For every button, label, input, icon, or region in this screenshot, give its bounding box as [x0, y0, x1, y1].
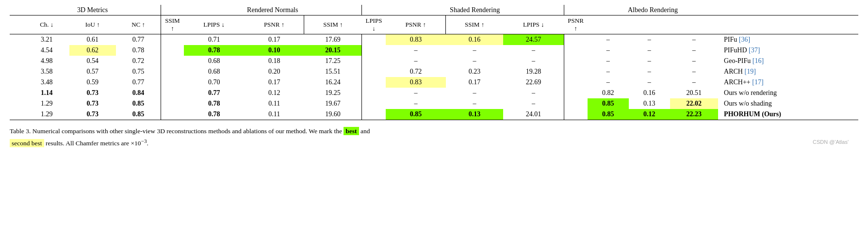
- cell-rn-4: 0.20: [245, 66, 304, 77]
- col-rn-ssim: SSIM ↑: [161, 16, 184, 34]
- cell-rn-5: 19.67: [304, 98, 362, 109]
- cell-ar-10: –: [629, 77, 670, 88]
- cell-sr-6: –: [386, 88, 445, 98]
- method-label: ARCH [19]: [718, 66, 858, 77]
- cell-rn-5: 20.15: [304, 45, 362, 56]
- cell-sr-7: 0.16: [446, 34, 504, 46]
- cell-sr-6: 0.83: [386, 34, 445, 46]
- cell-3d-1: 0.61: [69, 34, 116, 46]
- col-nc: NC ↑: [116, 16, 161, 34]
- group-albedo-rendering: Albedo Rendering: [588, 5, 718, 16]
- cell-sr-7: –: [446, 98, 504, 109]
- cell-sr-6: –: [386, 56, 445, 66]
- method-label: PIFuHD [37]: [718, 45, 858, 56]
- table-row: 3.480.590.770.700.1716.240.830.1722.69––…: [10, 77, 858, 88]
- cell-sr-6: 0.83: [386, 77, 445, 88]
- col-ar-ssim: SSIM ↑: [446, 16, 504, 34]
- cell-3d-2: 0.78: [116, 45, 161, 56]
- col-ch: Ch. ↓: [24, 16, 69, 34]
- cell-rn-4: 0.18: [245, 56, 304, 66]
- col-iou: IoU ↑: [69, 16, 116, 34]
- cell-rn-5: 17.25: [304, 56, 362, 66]
- cell-rn-5: 19.60: [304, 109, 362, 120]
- caption-middle: and: [360, 127, 370, 135]
- cell-ar-10: –: [629, 66, 670, 77]
- cell-3d-2: 0.84: [116, 88, 161, 98]
- cell-rn-4: 0.11: [245, 98, 304, 109]
- method-label: PHORHUM (Ours): [718, 109, 858, 120]
- cell-rn-3: 0.78: [184, 98, 245, 109]
- cell-rn-3: 0.77: [184, 88, 245, 98]
- cell-rn-3: 0.78: [184, 109, 245, 120]
- col-sr-lpips: LPIPS ↓: [361, 16, 386, 34]
- cell-ar-11: 20.51: [670, 88, 719, 98]
- col-ar-lpips: LPIPS ↓: [503, 16, 564, 34]
- cell-rn-5: 16.24: [304, 77, 362, 88]
- cell-rn-4: 0.17: [245, 34, 304, 46]
- cell-ar-9: –: [588, 66, 629, 77]
- cell-sr-7: 0.13: [446, 109, 504, 120]
- cell-sr-8: 19.28: [503, 66, 564, 77]
- method-label: PIFu [36]: [718, 34, 858, 46]
- cell-ar-9: 0.82: [588, 88, 629, 98]
- cell-3d-0: 1.14: [24, 88, 69, 98]
- cell-3d-1: 0.73: [69, 98, 116, 109]
- cell-3d-2: 0.75: [116, 66, 161, 77]
- cell-sr-7: 0.23: [446, 66, 504, 77]
- col-header-row: Ch. ↓ IoU ↑ NC ↑ SSIM ↑ LPIPS ↓ PSNR ↑ S…: [10, 16, 858, 34]
- cell-ar-10: 0.12: [629, 109, 670, 120]
- cell-sr-8: 24.01: [503, 109, 564, 120]
- cell-3d-0: 3.21: [24, 34, 69, 46]
- cell-sr-7: –: [446, 45, 504, 56]
- group-shaded-rendering: Shaded Rendering: [386, 5, 564, 16]
- cell-ar-11: –: [670, 45, 719, 56]
- cell-rn-4: 0.17: [245, 77, 304, 88]
- table-row: 3.580.570.750.680.2015.510.720.2319.28––…: [10, 66, 858, 77]
- cell-3d-1: 0.73: [69, 109, 116, 120]
- cell-3d-1: 0.54: [69, 56, 116, 66]
- cell-rn-3: 0.68: [184, 56, 245, 66]
- cell-3d-1: 0.57: [69, 66, 116, 77]
- method-label: Geo-PIFu [16]: [718, 56, 858, 66]
- group-3d-metrics: 3D Metrics: [24, 5, 161, 16]
- group-rendered-normals: Rendered Normals: [184, 5, 362, 16]
- table-row: 4.540.620.780.780.1020.15––––––PIFuHD [3…: [10, 45, 858, 56]
- cell-ar-9: –: [588, 56, 629, 66]
- cell-3d-2: 0.77: [116, 34, 161, 46]
- cell-sr-6: –: [386, 45, 445, 56]
- cell-3d-1: 0.73: [69, 88, 116, 98]
- method-label: ARCH++ [17]: [718, 77, 858, 88]
- cell-ar-9: –: [588, 77, 629, 88]
- cell-ar-11: –: [670, 56, 719, 66]
- col-rn-lpips: LPIPS ↓: [184, 16, 245, 34]
- cell-ar-10: –: [629, 45, 670, 56]
- caption-prefix: Table 3. Numerical comparisons with othe…: [10, 127, 344, 135]
- cell-sr-8: –: [503, 56, 564, 66]
- cell-3d-0: 1.29: [24, 98, 69, 109]
- cell-ar-11: 22.02: [670, 98, 719, 109]
- cell-sr-6: 0.72: [386, 66, 445, 77]
- cell-rn-3: 0.71: [184, 34, 245, 46]
- cell-3d-1: 0.59: [69, 77, 116, 88]
- cell-sr-8: –: [503, 98, 564, 109]
- second-best-highlight: second best: [10, 139, 44, 147]
- cell-sr-7: 0.17: [446, 77, 504, 88]
- cell-sr-6: 0.85: [386, 109, 445, 120]
- method-label: Ours w/o rendering: [718, 88, 858, 98]
- cell-ar-9: –: [588, 45, 629, 56]
- cell-3d-2: 0.85: [116, 109, 161, 120]
- table-row: 1.140.730.840.770.1219.25–––0.820.1620.5…: [10, 88, 858, 98]
- cell-rn-4: 0.12: [245, 88, 304, 98]
- col-sr-psnr: PSNR ↑: [386, 16, 445, 34]
- cell-3d-2: 0.85: [116, 98, 161, 109]
- cell-sr-8: –: [503, 88, 564, 98]
- cell-ar-11: –: [670, 77, 719, 88]
- cell-sr-8: –: [503, 45, 564, 56]
- cell-3d-0: 3.48: [24, 77, 69, 88]
- cell-sr-8: 22.69: [503, 77, 564, 88]
- table-row: 1.290.730.850.780.1119.67–––0.850.1322.0…: [10, 98, 858, 109]
- cell-3d-0: 4.98: [24, 56, 69, 66]
- best-highlight: best: [344, 127, 359, 135]
- cell-3d-2: 0.72: [116, 56, 161, 66]
- cell-ar-10: 0.16: [629, 88, 670, 98]
